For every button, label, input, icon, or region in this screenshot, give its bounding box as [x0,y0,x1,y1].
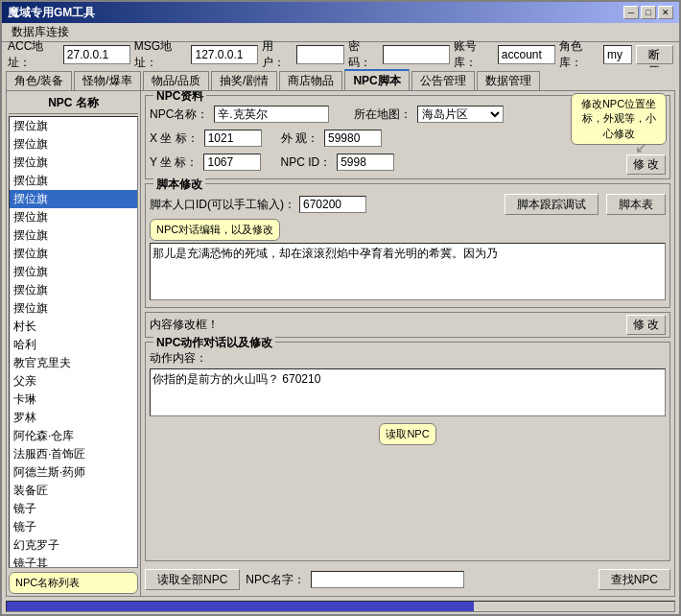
pwd-label: 密码： [348,38,379,71]
list-item[interactable]: 阿德兰斯·药师 [10,463,137,482]
tabs-bar: 角色/装备 怪物/爆率 物品/品质 抽奖/剧情 商店物品 NPC脚本 公告管理 … [2,67,679,90]
list-item[interactable]: 摆位旗 [10,299,137,318]
x-input[interactable] [204,130,262,147]
list-item[interactable]: 装备匠 [10,482,137,500]
tab-monster[interactable]: 怪物/爆率 [74,71,140,90]
list-item[interactable]: 罗林 [10,409,137,427]
list-item[interactable]: 镜子 [10,518,137,536]
npc-list-title: NPC 名称 [9,93,138,114]
pwd-input[interactable] [383,45,450,64]
acc-label: ACC地址： [8,38,59,71]
list-item[interactable]: 镜子其 [10,555,137,568]
x-label: X 坐 标： [150,130,199,147]
list-item[interactable]: 摆位旗 [10,263,137,281]
npc-name-label: NPC名字： [246,572,304,588]
list-item[interactable]: 村长 [10,318,137,336]
left-panel: NPC 名称 摆位旗摆位旗摆位旗摆位旗摆位旗摆位旗摆位旗摆位旗摆位旗摆位旗摆位旗… [7,91,141,596]
script-id-input[interactable] [299,196,366,213]
find-npc-button[interactable]: 查找NPC [599,569,670,590]
script-id-label: 脚本人口ID(可以手工输入)： [150,197,295,213]
content-modify-button[interactable]: 修 改 [626,315,666,335]
action-section: NPC动作对话以及修改 动作内容： 读取NPC [145,342,670,561]
tab-npc-script[interactable]: NPC脚本 [344,69,409,90]
npcinfo-modify-button[interactable]: 修 改 [626,154,666,175]
role-label: 角色库： [559,38,599,71]
script-section: 脚本修改 脚本人口ID(可以手工输入)： 脚本跟踪调试 脚本表 NPC对话编辑， [145,183,670,308]
acc-input[interactable] [63,45,130,64]
list-item[interactable]: 镜子 [10,500,137,518]
right-panel: 修改NPC位置坐标，外观等，小心修改 ↙ NPC资料 NPC名称： 所在地图： … [141,91,674,596]
tab-announcement[interactable]: 公告管理 [411,71,475,90]
dialog-textarea[interactable] [150,243,666,300]
action-textarea[interactable] [150,368,666,416]
user-input[interactable] [296,45,344,64]
list-item[interactable]: 摆位旗 [10,172,137,190]
callout-arrow: ↙ [635,138,647,156]
script-id-row: 脚本人口ID(可以手工输入)： 脚本跟踪调试 脚本表 [150,194,666,215]
debug-button[interactable]: 脚本跟踪调试 [505,194,599,215]
maximize-button[interactable]: □ [641,6,656,19]
close-button[interactable]: ✕ [658,6,673,19]
main-window: 魔域专用GM工具 ─ □ ✕ 数据库连接 ACC地址： MSG地址： 用户： 密… [0,0,681,616]
content-edit-bar: 内容修改框！ 修 改 [145,312,670,338]
callout-npc-list: NPC名称列表 [9,572,138,594]
read-all-npc-button[interactable]: 读取全部NPC [145,569,240,590]
appearance-label: 外 观： [281,130,318,147]
list-item[interactable]: 教官克里夫 [10,354,137,372]
npc-name-label: NPC名称： [150,107,208,123]
list-item[interactable]: 法服西·首饰匠 [10,445,137,463]
list-item[interactable]: 摆位旗 [10,245,137,263]
npc-info-title: NPC资料 [153,91,206,105]
list-item[interactable]: 摆位旗 [10,117,137,135]
appearance-input[interactable] [324,130,382,147]
list-item[interactable]: 哈利 [10,336,137,354]
tab-data[interactable]: 数据管理 [477,71,540,90]
list-item[interactable]: 父亲 [10,372,137,391]
db-input[interactable] [498,45,555,64]
tab-lottery[interactable]: 抽奖/剧情 [211,71,277,90]
map-label: 所在地图： [354,107,411,123]
bottom-bar: 读取全部NPC NPC名字： 查找NPC [145,565,670,592]
npcid-label: NPC ID： [280,154,331,171]
npc-list[interactable]: 摆位旗摆位旗摆位旗摆位旗摆位旗摆位旗摆位旗摆位旗摆位旗摆位旗摆位旗村长哈利教官克… [9,116,138,568]
action-label: 动作内容： [150,350,666,367]
list-item[interactable]: 摆位旗 [10,208,137,226]
progress-bar [6,601,675,612]
list-item[interactable]: 卡琳 [10,391,137,409]
list-item[interactable]: 摆位旗 [10,135,137,154]
title-buttons: ─ □ ✕ [623,6,673,19]
list-item[interactable]: 阿伦森·仓库 [10,427,137,445]
title-bar: 魔域专用GM工具 ─ □ ✕ [2,2,679,23]
db-label: 账号库： [454,38,494,71]
list-item[interactable]: 摆位旗 [10,154,137,172]
callout-read-npc: 读取NPC [379,423,435,445]
content-edit-label: 内容修改框！ [150,317,219,333]
callout-dialog-edit: NPC对话编辑，以及修改 [150,219,280,241]
list-item[interactable]: 幻克罗子 [10,536,137,555]
y-npcid-row: Y 坐 标： NPC ID： 修 改 [150,154,666,175]
role-input[interactable] [603,45,632,64]
npcid-input[interactable] [337,154,394,171]
npc-name-input[interactable] [214,106,329,123]
tab-shop[interactable]: 商店物品 [279,71,342,90]
minimize-button[interactable]: ─ [623,6,639,19]
action-title: NPC动作对话以及修改 [153,335,275,351]
callout-modify: 修改NPC位置坐标，外观等，小心修改 [571,93,667,145]
msg-input[interactable] [191,45,258,64]
list-item[interactable]: 摆位旗 [10,226,137,245]
npc-name-search-input[interactable] [311,571,464,588]
script-table-button[interactable]: 脚本表 [606,194,666,215]
list-item[interactable]: 摆位旗 [10,281,137,299]
map-select[interactable]: 海岛片区 [417,106,504,123]
user-label: 用户： [262,38,293,71]
disconnect-button[interactable]: 断开 [636,45,673,64]
tab-item[interactable]: 物品/品质 [143,71,209,90]
msg-label: MSG地址： [134,38,188,71]
tab-costume[interactable]: 角色/装备 [6,71,72,90]
window-title: 魔域专用GM工具 [8,5,95,21]
y-label: Y 坐 标： [150,154,198,171]
script-title: 脚本修改 [153,177,205,193]
y-input[interactable] [203,154,261,171]
conn-bar: ACC地址： MSG地址： 用户： 密码： 账号库： 角色库： 断开 [2,42,679,67]
list-item[interactable]: 摆位旗 [10,190,137,208]
